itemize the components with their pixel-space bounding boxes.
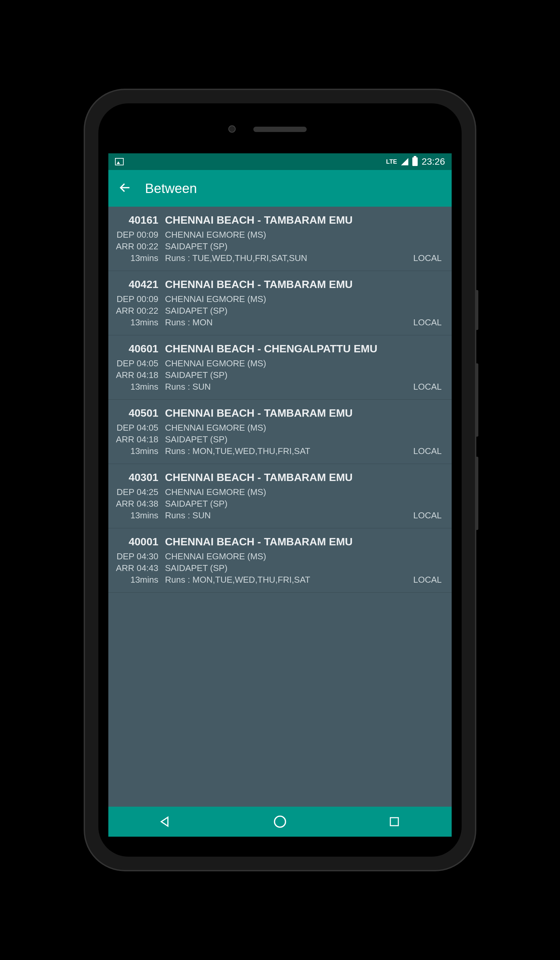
duration: 13mins [115,574,158,585]
clock: 23:26 [422,156,445,167]
nav-home-button[interactable] [247,814,313,829]
arrival-station: SAIDAPET (SP) [165,499,227,509]
arrival-time: ARR 00:22 [115,242,158,252]
train-name: CHENNAI BEACH - CHENGALPATTU EMU [165,343,377,355]
nav-recent-button[interactable] [361,816,428,828]
runs-days: Runs : MON,TUE,WED,THU,FRI,SAT [165,574,407,585]
train-item[interactable]: 40501 CHENNAI BEACH - TAMBARAM EMU DEP 0… [108,400,452,464]
volume-down-button [475,457,478,530]
runs-days: Runs : SUN [165,510,407,521]
svg-marker-1 [161,818,168,826]
duration: 13mins [115,317,158,328]
nav-back-button[interactable] [132,815,199,828]
phone-bezel: LTE 23:26 Between 40161 CHENNAI BEACH [98,103,462,857]
runs-days: Runs : TUE,WED,THU,FRI,SAT,SUN [165,253,407,263]
departure-time: DEP 04:05 [115,358,158,369]
train-name: CHENNAI BEACH - TAMBARAM EMU [165,278,353,291]
departure-station: CHENNAI EGMORE (MS) [165,294,266,304]
train-item[interactable]: 40421 CHENNAI BEACH - TAMBARAM EMU DEP 0… [108,271,452,335]
train-number: 40501 [115,407,158,419]
train-type: LOCAL [413,574,442,585]
duration: 13mins [115,382,158,392]
departure-station: CHENNAI EGMORE (MS) [165,551,266,562]
volume-up-button [475,363,478,437]
navigation-bar [108,807,452,837]
departure-station: CHENNAI EGMORE (MS) [165,487,266,498]
arrival-station: SAIDAPET (SP) [165,306,227,316]
arrival-time: ARR 04:18 [115,434,158,445]
signal-icon [401,158,408,165]
svg-rect-3 [390,818,398,826]
train-number: 40601 [115,343,158,355]
arrival-station: SAIDAPET (SP) [165,242,227,252]
phone-frame: LTE 23:26 Between 40161 CHENNAI BEACH [85,90,475,870]
front-camera [228,125,236,133]
back-button[interactable] [118,181,132,196]
departure-time: DEP 04:25 [115,487,158,498]
train-type: LOCAL [413,382,442,392]
arrival-station: SAIDAPET (SP) [165,370,227,380]
page-title: Between [145,181,197,196]
train-item[interactable]: 40161 CHENNAI BEACH - TAMBARAM EMU DEP 0… [108,206,452,271]
train-name: CHENNAI BEACH - TAMBARAM EMU [165,407,353,419]
train-number: 40161 [115,214,158,226]
duration: 13mins [115,446,158,456]
screen: LTE 23:26 Between 40161 CHENNAI BEACH [108,153,452,837]
train-type: LOCAL [413,253,442,263]
departure-time: DEP 04:05 [115,423,158,433]
train-number: 40421 [115,278,158,291]
departure-time: DEP 00:09 [115,294,158,304]
departure-station: CHENNAI EGMORE (MS) [165,423,266,433]
arrival-station: SAIDAPET (SP) [165,434,227,445]
duration: 13mins [115,510,158,521]
departure-station: CHENNAI EGMORE (MS) [165,230,266,240]
runs-days: Runs : MON [165,317,407,328]
departure-station: CHENNAI EGMORE (MS) [165,358,266,369]
svg-point-2 [274,816,285,827]
train-item[interactable]: 40601 CHENNAI BEACH - CHENGALPATTU EMU D… [108,335,452,400]
battery-icon [412,157,418,166]
arrival-time: ARR 04:38 [115,499,158,509]
arrival-time: ARR 00:22 [115,306,158,316]
speaker-grille [253,126,307,132]
train-number: 40001 [115,536,158,548]
status-bar: LTE 23:26 [108,153,452,170]
arrival-station: SAIDAPET (SP) [165,563,227,573]
power-button [475,290,478,330]
runs-days: Runs : SUN [165,382,407,392]
image-notification-icon [115,158,124,165]
train-item[interactable]: 40301 CHENNAI BEACH - TAMBARAM EMU DEP 0… [108,464,452,528]
train-type: LOCAL [413,446,442,456]
departure-time: DEP 04:30 [115,551,158,562]
train-type: LOCAL [413,510,442,521]
train-list[interactable]: 40161 CHENNAI BEACH - TAMBARAM EMU DEP 0… [108,206,452,807]
duration: 13mins [115,253,158,263]
runs-days: Runs : MON,TUE,WED,THU,FRI,SAT [165,446,407,456]
app-bar: Between [108,170,452,206]
train-name: CHENNAI BEACH - TAMBARAM EMU [165,471,353,484]
train-name: CHENNAI BEACH - TAMBARAM EMU [165,536,353,548]
train-item[interactable]: 40001 CHENNAI BEACH - TAMBARAM EMU DEP 0… [108,528,452,593]
train-number: 40301 [115,471,158,484]
network-type: LTE [386,158,397,165]
departure-time: DEP 00:09 [115,230,158,240]
train-name: CHENNAI BEACH - TAMBARAM EMU [165,214,353,226]
train-type: LOCAL [413,317,442,328]
arrival-time: ARR 04:43 [115,563,158,573]
arrival-time: ARR 04:18 [115,370,158,380]
